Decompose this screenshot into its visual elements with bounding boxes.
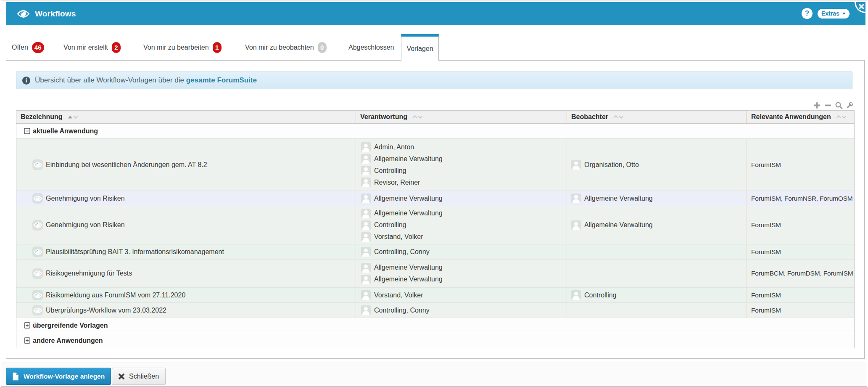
eye-icon [33, 292, 42, 299]
person-name: Vorstand, Volker [374, 233, 423, 241]
help-button[interactable]: ? [802, 8, 813, 19]
workflow-name: Genehmigung von Risiken [46, 221, 125, 229]
sort-asc-icon[interactable] [67, 114, 79, 119]
person-icon [361, 209, 371, 218]
person-name: Allgemeine Verwaltung [584, 195, 653, 202]
footer-bar: Workflow-Vorlage anlegen Schließen [1, 363, 867, 387]
tab-von-mir-zu-beobachten[interactable]: Von mir zu beobachten0 [245, 41, 327, 54]
person-entry: Controlling [361, 166, 567, 175]
title-bar: Workflows ? Extras [6, 2, 865, 25]
group-row-andere-anwendungen[interactable]: andere Anwendungen [16, 333, 855, 348]
tab-offen[interactable]: Offen46 [12, 41, 44, 54]
tab-label: Von mir erstellt [63, 44, 108, 51]
wrench-icon[interactable] [846, 101, 854, 109]
content-panel: i Übersicht über alle Workflow-Vorlagen … [6, 60, 865, 359]
person-icon [361, 142, 371, 152]
workflow-name: Überprüfungs-Workflow vom 23.03.2022 [46, 307, 166, 314]
add-icon[interactable] [813, 101, 821, 109]
person-icon [361, 275, 371, 284]
tab-count-badge: 0 [318, 42, 327, 53]
person-name: Allgemeine Verwaltung [374, 155, 443, 163]
table-toolbar [813, 101, 854, 109]
workflow-name: Genehmigung von Risiken [46, 195, 125, 202]
document-icon [12, 372, 19, 381]
person-icon [361, 220, 371, 230]
table-row[interactable]: Plausibilitätsprüfung BAIT 3. Informatio… [16, 244, 855, 260]
person-entry: Controlling [361, 220, 567, 230]
extras-button[interactable]: Extras [818, 9, 850, 19]
tab-label: Offen [12, 44, 28, 51]
search-icon[interactable] [835, 101, 843, 109]
sort-icons[interactable] [836, 114, 847, 119]
tab-vorlagen[interactable]: Vorlagen [401, 34, 439, 61]
workflow-name: Risikomeldung aus ForumISM vom 27.11.202… [46, 292, 185, 299]
expand-group-icon[interactable] [24, 322, 30, 329]
person-name: Controlling [374, 221, 406, 229]
column-header-relevante-anwendungen[interactable]: Relevante Anwendungen [747, 111, 855, 124]
person-entry: Allgemeine Verwaltung [361, 154, 567, 164]
person-name: Allgemeine Verwaltung [374, 195, 443, 202]
person-entry: Allgemeine Verwaltung [361, 209, 567, 218]
remove-icon[interactable] [824, 101, 832, 109]
sort-icons[interactable] [613, 114, 624, 119]
person-name: Organisation, Otto [584, 161, 639, 169]
eye-icon [33, 307, 42, 314]
person-name: Controlling [584, 292, 616, 299]
person-icon [571, 194, 581, 203]
group-row-übergreifende-vorlagen[interactable]: übergreifende Vorlagen [16, 318, 855, 333]
person-icon [571, 194, 581, 203]
create-workflow-template-button[interactable]: Workflow-Vorlage anlegen [6, 368, 111, 385]
table-row[interactable]: Genehmigung von Risiken Allgemeine Verwa… [16, 191, 855, 206]
tab-abgeschlossen[interactable]: Abgeschlossen [348, 41, 394, 54]
person-icon [361, 154, 371, 164]
person-name: Controlling [374, 167, 406, 175]
eye-icon [33, 249, 42, 255]
column-label: Bezeichnung [21, 113, 63, 121]
person-entry: Admin, Anton [361, 142, 567, 152]
person-entry: Vorstand, Volker [361, 232, 567, 242]
close-button[interactable] [855, 2, 865, 13]
expand-group-icon[interactable] [24, 337, 30, 344]
group-row-aktuelle-anwendung[interactable]: aktuelle Anwendung [16, 124, 855, 139]
group-label: aktuelle Anwendung [33, 127, 98, 135]
table-row[interactable]: Risikomeldung aus ForumISM vom 27.11.202… [16, 288, 855, 303]
person-icon [361, 305, 371, 315]
table-row[interactable]: Einbindung bei wesentlichen Änderungen g… [16, 139, 855, 191]
relevant-applications: ForumISM [751, 248, 781, 255]
tab-von-mir-zu-bearbeiten[interactable]: Von mir zu bearbeiten1 [143, 41, 222, 54]
tab-label: Abgeschlossen [348, 44, 394, 51]
close-x-icon [119, 374, 124, 379]
tab-von-mir-erstellt[interactable]: Von mir erstellt2 [63, 41, 121, 54]
person-icon [571, 220, 581, 230]
relevant-applications: ForumBCM, ForumDSM, ForumISM [751, 270, 853, 277]
workflow-eye-icon [32, 268, 43, 279]
person-icon [361, 194, 371, 203]
person-icon [361, 220, 371, 230]
sort-icons[interactable] [412, 114, 423, 119]
person-name: Controlling, Conny [374, 248, 430, 256]
relevant-applications: ForumISM [751, 292, 781, 299]
table-row[interactable]: Genehmigung von Risiken Allgemeine Verwa… [16, 206, 855, 244]
workflow-name: Plausibilitätsprüfung BAIT 3. Informatio… [46, 248, 224, 256]
column-header-bezeichnung[interactable]: Bezeichnung [16, 111, 356, 124]
close-dialog-button[interactable]: Schließen [112, 368, 166, 385]
close-dialog-label: Schließen [129, 373, 159, 380]
column-header-beobachter[interactable]: Beobachter [567, 111, 747, 124]
create-workflow-template-label: Workflow-Vorlage anlegen [24, 373, 105, 380]
tab-label: Von mir zu beobachten [245, 44, 314, 51]
workflow-name: Risikogenehmigung für Tests [46, 270, 132, 277]
info-icon: i [22, 77, 30, 85]
collapse-group-icon[interactable] [24, 128, 30, 134]
column-header-verantwortung[interactable]: Verantwortung [356, 111, 567, 124]
person-name: Allgemeine Verwaltung [374, 276, 443, 283]
eye-icon [33, 195, 42, 202]
table-row[interactable]: Risikogenehmigung für Tests Allgemeine V… [16, 260, 855, 288]
table-row[interactable]: Überprüfungs-Workflow vom 23.03.2022 Con… [16, 303, 855, 318]
workflow-templates-table: Bezeichnung Verantwortung Beobachter Rel… [16, 110, 855, 348]
workflow-eye-icon [32, 305, 43, 315]
tab-count-badge: 46 [32, 42, 44, 53]
extras-label: Extras [821, 9, 839, 19]
eye-icon [33, 162, 42, 168]
workflows-eye-icon [17, 9, 30, 20]
info-alert: i Übersicht über alle Workflow-Vorlagen … [16, 72, 852, 89]
